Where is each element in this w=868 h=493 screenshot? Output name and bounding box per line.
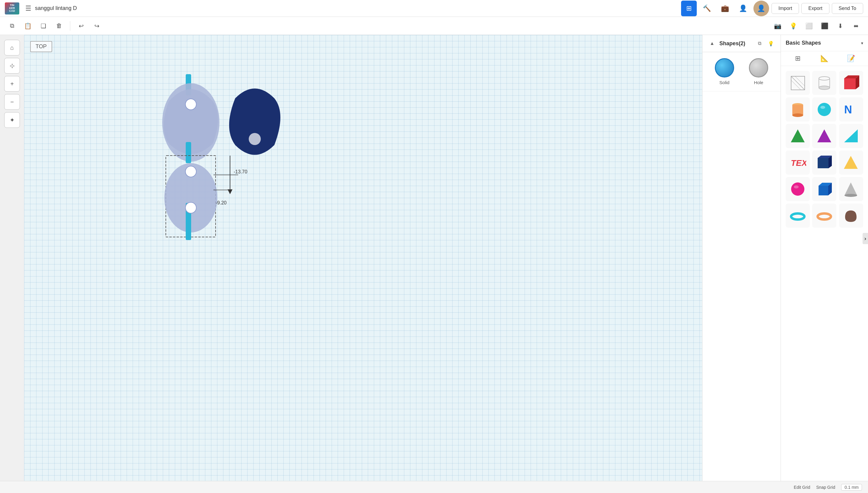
mirror-btn[interactable]: ⬌ xyxy=(849,19,863,33)
shapes-lib-dropdown[interactable]: ▾ xyxy=(861,41,863,45)
shape-blue-logo[interactable]: N xyxy=(839,98,863,122)
lib-text-btn[interactable]: 📝 xyxy=(846,54,856,63)
svg-rect-35 xyxy=(818,158,828,168)
shape-teal-sphere[interactable] xyxy=(812,98,836,122)
svg-point-18 xyxy=(819,77,830,80)
panel-icons: ⧉ 💡 xyxy=(755,39,776,48)
status-bar: Edit Grid Snap Grid 0.1 mm xyxy=(0,481,868,493)
layer-btn[interactable]: ⬛ xyxy=(817,19,832,33)
grid-view-btn[interactable]: ⊞ xyxy=(681,1,697,16)
shape-grey-cone[interactable] xyxy=(839,177,863,201)
left-controls: ⌂ ⊹ + − ✦ xyxy=(0,35,24,481)
svg-point-47 xyxy=(818,213,831,219)
panel-title: Shapes(2) xyxy=(719,40,752,47)
send-to-btn[interactable]: Send To xyxy=(832,3,863,14)
shape-striped-box[interactable] xyxy=(786,71,810,95)
panel-header: ▲ Shapes(2) ⧉ 💡 xyxy=(702,35,781,52)
panel-light-btn[interactable]: 💡 xyxy=(766,39,776,48)
copy-btn[interactable]: ⧉ xyxy=(5,19,19,33)
zoom-in-btn[interactable]: + xyxy=(4,76,20,92)
shape-cylinder-outline[interactable] xyxy=(812,71,836,95)
chevron-area: › xyxy=(781,233,868,244)
snap-grid-label: Snap Grid xyxy=(816,485,835,490)
svg-marker-32 xyxy=(817,129,831,142)
shape-yellow-pyramid[interactable] xyxy=(839,150,863,175)
shape-type-row: Solid Hole xyxy=(702,52,781,91)
top-right-actions: ⊞ 🔨 💼 👤 👤 Import Export Send To xyxy=(681,1,863,16)
shape-orange-torus[interactable] xyxy=(812,203,836,228)
undo-btn[interactable]: ↩ xyxy=(74,19,88,33)
svg-line-15 xyxy=(791,76,805,90)
build-btn[interactable]: 🔨 xyxy=(699,1,715,16)
panel-collapse-btn[interactable]: ▲ xyxy=(707,39,717,48)
expand-btn[interactable]: › xyxy=(863,233,868,244)
svg-text:TEXT: TEXT xyxy=(791,158,806,168)
selected-shape-group[interactable] xyxy=(164,156,217,240)
right-panel: ▲ Shapes(2) ⧉ 💡 Solid Hole xyxy=(702,35,781,481)
duplicate-btn[interactable]: ❑ xyxy=(36,19,51,33)
shapes-menu-btn[interactable]: ✦ xyxy=(4,112,20,128)
lib-ruler-btn[interactable]: 📐 xyxy=(820,54,829,63)
shape-teal-wedge[interactable] xyxy=(839,124,863,148)
shape-orange-cylinder[interactable] xyxy=(786,98,810,122)
right-shape-group[interactable] xyxy=(229,89,280,155)
shape-btn[interactable]: ⬜ xyxy=(802,19,816,33)
hole-label: Hole xyxy=(754,80,763,85)
shape-brown-shape[interactable] xyxy=(839,203,863,228)
toolbar-right: 📷 💡 ⬜ ⬛ ⬇ ⬌ xyxy=(770,19,863,33)
svg-point-2 xyxy=(186,99,196,110)
shape-green-pyramid[interactable] xyxy=(786,124,810,148)
svg-point-29 xyxy=(820,106,825,109)
shapes-grid: N TEXT xyxy=(781,66,868,233)
profile-btn[interactable]: 👤 xyxy=(754,1,769,16)
shapes-lib-header: Basic Shapes ▾ xyxy=(781,35,868,51)
svg-point-4 xyxy=(249,133,261,145)
shape-red-text[interactable]: TEXT xyxy=(786,150,810,175)
svg-rect-22 xyxy=(844,79,855,89)
redo-btn[interactable]: ↪ xyxy=(90,19,104,33)
svg-point-28 xyxy=(818,103,831,116)
app-logo: TINKERCAD xyxy=(5,2,19,15)
svg-point-39 xyxy=(791,183,804,196)
delete-btn[interactable]: 🗑 xyxy=(52,19,66,33)
svg-marker-38 xyxy=(844,156,858,169)
shape-teal-torus[interactable] xyxy=(786,203,810,228)
fit-view-btn[interactable]: ⊹ xyxy=(4,58,20,73)
panel-copy-btn[interactable]: ⧉ xyxy=(755,39,764,48)
menu-icon[interactable]: ☰ xyxy=(25,4,31,13)
snap-grid-value: 0.1 mm xyxy=(841,484,862,491)
svg-marker-44 xyxy=(845,183,857,195)
solid-type[interactable]: Solid xyxy=(715,58,734,85)
camera-btn[interactable]: 📷 xyxy=(770,19,785,33)
paste-btn[interactable]: 📋 xyxy=(21,19,35,33)
briefcase-btn[interactable]: 💼 xyxy=(717,1,733,16)
svg-line-16 xyxy=(791,80,801,90)
home-view-btn[interactable]: ⌂ xyxy=(4,40,20,56)
svg-rect-10 xyxy=(186,223,191,240)
shapes-library: Basic Shapes ▾ ⊞ 📐 📝 xyxy=(781,35,868,481)
hole-type[interactable]: Hole xyxy=(749,58,768,85)
shape-purple-pyramid[interactable] xyxy=(812,124,836,148)
svg-point-45 xyxy=(845,194,857,197)
shape-pink-sphere[interactable] xyxy=(786,177,810,201)
shape-red-box[interactable] xyxy=(839,71,863,95)
zoom-out-btn[interactable]: − xyxy=(4,94,20,110)
topbar: TINKERCAD ☰ sanggul lintang D ⊞ 🔨 💼 👤 👤 … xyxy=(0,0,868,17)
svg-line-17 xyxy=(795,76,805,86)
edit-grid-btn[interactable]: Edit Grid xyxy=(794,485,810,490)
import-btn[interactable]: Import xyxy=(772,3,799,14)
canvas[interactable]: TOP xyxy=(24,35,702,481)
svg-rect-3 xyxy=(186,142,191,163)
main-area: ⌂ ⊹ + − ✦ TOP xyxy=(0,35,868,481)
lib-grid-btn[interactable]: ⊞ xyxy=(793,54,803,63)
export-btn[interactable]: Export xyxy=(801,3,829,14)
align-btn[interactable]: ⬇ xyxy=(833,19,847,33)
top-shape-group[interactable] xyxy=(162,74,219,163)
solid-circle xyxy=(715,58,734,78)
canvas-svg xyxy=(24,35,702,481)
light-btn[interactable]: 💡 xyxy=(786,19,801,33)
shape-blue-cube[interactable] xyxy=(812,177,836,201)
shape-dark-blue-box[interactable] xyxy=(812,150,836,175)
add-user-btn[interactable]: 👤 xyxy=(735,1,751,16)
hole-circle xyxy=(749,58,768,78)
